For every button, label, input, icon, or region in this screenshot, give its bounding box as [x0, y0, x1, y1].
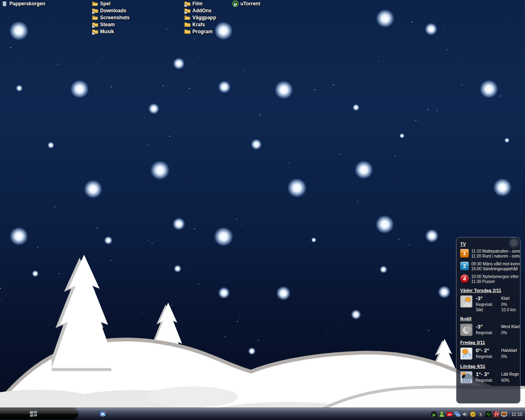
condition-text: Klart: [501, 295, 520, 301]
tv-program-lines: 10:00 Nyhetsmorgon efter tio11:30 Pussel: [471, 274, 520, 284]
desktop-icon-downloads[interactable]: ↗Downloads: [92, 7, 126, 14]
tv-program-entry: 11:30 Pussel: [471, 279, 520, 284]
folder-open-icon: [92, 14, 98, 21]
condition-text: Halvklart: [501, 347, 520, 353]
weather-section-header[interactable]: Lördag 4/11: [460, 364, 520, 369]
razer-icon[interactable]: [485, 411, 492, 418]
recycle-bin-icon: [1, 0, 8, 7]
weather-section-list: Väder Torsdag 2/11 -3°KlartRegnrisk:0%Si…: [460, 288, 520, 383]
tv-section-header[interactable]: TV: [460, 242, 520, 247]
utorrent-tray-icon[interactable]: µ: [431, 411, 437, 418]
tv-channel-row: 410:00 Nyhetsmorgon efter tio11:30 Pusse…: [460, 274, 520, 284]
tv-channel-list: 1°11:10 Mattepatrullen - somalisk11:20 R…: [460, 249, 520, 284]
quick-launch-area: [100, 411, 106, 417]
desktop-icon-label: Program: [192, 29, 212, 34]
weather-row-label: Regnrisk:: [476, 354, 499, 359]
folder-icon: [184, 28, 191, 35]
gold-globe-icon[interactable]: [470, 411, 476, 418]
display-icon[interactable]: [501, 411, 507, 418]
folder-icon: ↗: [184, 0, 191, 7]
desktop-icon-label: Papperskorgen: [9, 1, 45, 7]
folder-icon: ↗: [92, 7, 98, 14]
desktop-icon-label: Väggpapp: [192, 15, 216, 21]
desktop-icon-program[interactable]: Program: [184, 28, 212, 35]
weather-row-value: 60%: [501, 378, 520, 383]
tv-channel-row: 1°11:10 Mattepatrullen - somalisk11:20 R…: [460, 249, 520, 258]
temperature-value: -3°: [476, 295, 499, 301]
desktop-icon-krafs[interactable]: Krafs: [184, 21, 205, 28]
desktop-icon-label: Musik: [100, 29, 114, 34]
tv-channel-row: 2°09:30 Mäns våld mot kvinnor15:00 Sändn…: [460, 262, 520, 271]
folder-icon: [184, 21, 191, 28]
taskbar-clock[interactable]: 11:15: [511, 412, 523, 417]
volume-icon[interactable]: [462, 411, 468, 418]
weather-row-label: Regnrisk:: [476, 331, 499, 335]
moon-icon: [460, 324, 472, 336]
tv-program-entry: 10:00 Nyhetsmorgon efter tio: [471, 274, 520, 279]
desktop-icon-addons[interactable]: ↗AddOns: [184, 7, 212, 14]
gray-globe-icon[interactable]: S: [477, 411, 484, 418]
folder-icon: ↗: [184, 7, 191, 14]
messenger-icon[interactable]: [438, 411, 445, 418]
weather-section-header[interactable]: Fredag 3/11: [460, 340, 520, 345]
desktop-icon-film[interactable]: ↗Film: [184, 0, 203, 7]
weather-section: Lördag 4/11 1°- 3°Lätt RegnRegnrisk:60%: [460, 364, 520, 383]
tv-program-entry: 09:30 Mäns våld mot kvinnor: [471, 262, 520, 267]
desktop-icon-label: Film: [192, 1, 203, 7]
weather-row-label: Regnrisk:: [476, 378, 499, 383]
weather-row-value: 10.0 km: [501, 308, 520, 312]
svg-text:ATI: ATI: [447, 413, 452, 415]
ati-icon[interactable]: ATI: [446, 411, 453, 418]
sun-cloud-icon: [460, 295, 472, 308]
weather-section-header[interactable]: Ikväll: [460, 316, 520, 321]
desktop-icon-recycle-bin[interactable]: Papperskorgen: [1, 0, 45, 7]
windows-flag-icon: [30, 411, 38, 417]
start-button[interactable]: [0, 409, 78, 419]
shortcut-arrow-icon: ↗: [92, 32, 95, 35]
desktop-icon-steam[interactable]: ↗Steam: [92, 21, 115, 28]
desktop-icon-utorrent[interactable]: µ uTorrent: [232, 0, 260, 7]
system-tray: µ ATI S 11:15: [431, 408, 523, 420]
sidebar-widget: TV 1°11:10 Mattepatrullen - somalisk11:2…: [456, 237, 520, 404]
weather-row-value: 0%: [501, 354, 520, 359]
outlook-express-icon[interactable]: [100, 411, 106, 417]
condition-text: Lätt Regn: [501, 371, 520, 377]
weather-section: Fredag 3/11 0°- 2°HalvklartRegnrisk:0%: [460, 340, 520, 360]
tv-program-entry: 11:20 Runt i naturen - somalisk: [471, 254, 520, 259]
pine-tree-large: [52, 253, 116, 383]
weather-section: Väder Torsdag 2/11 -3°KlartRegnrisk:0%Si…: [460, 288, 520, 312]
tv-program-entry: 15:00 Sändningsuppehåll: [471, 267, 520, 272]
temperature-value: 0°- 2°: [476, 347, 499, 354]
condition-text: Mest Klart: [501, 324, 520, 329]
weather-section: Ikväll -3°Mest KlartRegnrisk:0%: [460, 316, 520, 336]
channel-2-logo-icon: 2°: [460, 262, 469, 270]
weather-row-label: Regnrisk:: [476, 302, 499, 307]
desktop-icon-label: Krafs: [192, 22, 205, 27]
desktop-icon-musik[interactable]: ↗Musik: [92, 28, 114, 35]
taskbar: µ ATI S 11:15: [0, 408, 525, 420]
svg-text:µ: µ: [234, 1, 237, 6]
desktop-icon-label: AddOns: [192, 8, 212, 14]
desktop-icon-väggpapp[interactable]: Väggpapp: [184, 14, 216, 21]
tv-program-lines: 09:30 Mäns våld mot kvinnor15:00 Sändnin…: [471, 262, 520, 271]
shortcut-arrow-icon: ↗: [184, 11, 187, 14]
lightning-icon[interactable]: [493, 411, 500, 418]
desktop-icon-label: Spel: [100, 1, 110, 7]
shortcut-arrow-icon: ↗: [92, 11, 95, 14]
svg-text:S: S: [480, 412, 482, 416]
desktop-icon-label: Steam: [100, 22, 115, 27]
desktop-icon-label: Screenshots: [100, 15, 130, 21]
desktop-icon-spel[interactable]: Spel: [92, 0, 110, 7]
channel-4-logo-icon: 4: [460, 274, 469, 283]
channel-1-logo-icon: 1°: [460, 249, 469, 258]
desktop-icon-screenshots[interactable]: Screenshots: [92, 14, 130, 21]
shortcut-arrow-icon: ↗: [184, 4, 187, 7]
weather-section-header[interactable]: Väder Torsdag 2/11: [460, 288, 520, 293]
weather-row-value: 0%: [501, 331, 520, 335]
network-icon[interactable]: [454, 411, 461, 418]
folder-open-icon: [184, 14, 191, 21]
shortcut-arrow-icon: ↗: [92, 25, 95, 28]
folder-icon: ↗: [92, 28, 98, 35]
sun-cloud-2-icon: [460, 347, 472, 360]
tv-program-entry: 11:10 Mattepatrullen - somalisk: [471, 249, 520, 254]
